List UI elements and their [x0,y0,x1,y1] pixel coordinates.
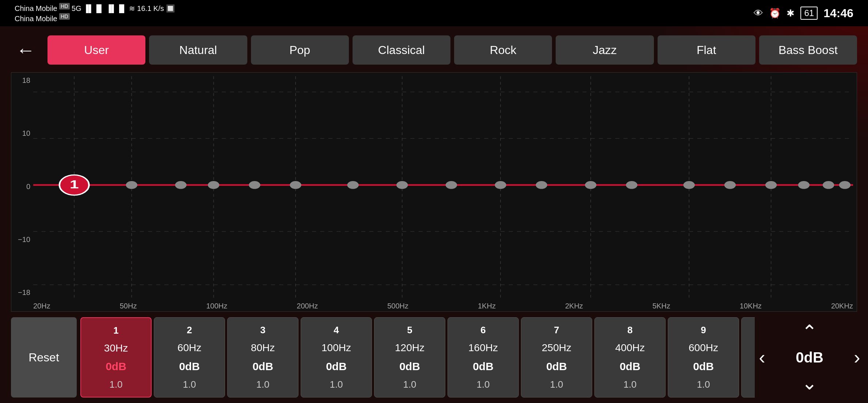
band-q-9: 1.0 [697,379,710,390]
status-bar: China Mobile HD 5G ▐▌▐▌ ▐▌▐▌ ≋ 16.1 K/s … [0,0,868,26]
x-label-5khz: 5KHz [652,302,670,310]
left-button[interactable]: ‹ [744,346,780,368]
band-num-9: 9 [701,325,706,336]
preset-tab-user[interactable]: User [47,35,145,65]
y-label-n18: −18 [11,288,33,297]
x-label-10khz: 10KHz [740,302,762,310]
band-item-3[interactable]: 3 80Hz 0dB 1.0 [227,317,298,398]
alarm-icon: ⏰ [769,8,781,19]
band-freq-8: 400Hz [615,342,645,354]
band-item-9[interactable]: 9 600Hz 0dB 1.0 [668,317,739,398]
svg-point-29 [683,181,694,189]
y-label-18: 18 [11,76,33,85]
band-freq-7: 250Hz [542,342,571,354]
svg-point-25 [495,181,506,189]
preset-tab-bass-boost[interactable]: Bass Boost [759,35,857,65]
preset-tab-natural[interactable]: Natural [149,35,247,65]
band-item-2[interactable]: 2 60Hz 0dB 1.0 [154,317,225,398]
svg-point-19 [208,181,219,189]
band-freq-6: 160Hz [468,342,498,354]
main-content: ← UserNaturalPopClassicalRockJazzFlatBas… [0,26,868,403]
band-num-3: 3 [260,325,265,336]
right-controls: ⌃ ‹ 0dB › ⌄ [762,321,857,394]
preset-tab-rock[interactable]: Rock [454,35,552,65]
band-freq-4: 100Hz [321,342,351,354]
preset-tab-flat[interactable]: Flat [658,35,755,65]
y-axis: 18 10 0 −10 −18 [11,73,33,300]
reset-label: Reset [28,351,59,364]
band-item-8[interactable]: 8 400Hz 0dB 1.0 [594,317,666,398]
band-num-5: 5 [407,325,412,336]
band-db-1: 0dB [106,360,126,373]
band-db-5: 0dB [399,360,420,373]
band-freq-5: 120Hz [395,342,425,354]
band-item-7[interactable]: 7 250Hz 0dB 1.0 [521,317,592,398]
lr-controls: ‹ 0dB › [744,346,868,368]
eye-icon: 👁 [754,8,763,19]
down-button[interactable]: ⌄ [791,372,828,394]
right-arrow-icon: › [854,346,860,368]
bands-list: 1 30Hz 0dB 1.0 2 60Hz 0dB 1.0 3 80Hz 0dB… [80,317,755,398]
band-num-7: 7 [554,325,559,336]
band-db-7: 0dB [546,360,567,373]
band-q-6: 1.0 [476,379,490,390]
down-arrow-icon: ⌄ [802,372,818,394]
band-num-1: 1 [113,325,118,336]
band-q-1: 1.0 [109,379,122,390]
band-q-5: 1.0 [403,379,416,390]
band-q-3: 1.0 [256,379,269,390]
back-arrow-icon: ← [16,39,35,61]
svg-point-32 [798,181,810,189]
eq-svg: 1 [33,76,853,300]
x-label-200hz: 200Hz [297,302,318,310]
band-item-4[interactable]: 4 100Hz 0dB 1.0 [301,317,372,398]
band-db-8: 0dB [620,360,640,373]
x-label-1khz: 1KHz [478,302,496,310]
svg-point-17 [126,181,137,189]
top-bar: ← UserNaturalPopClassicalRockJazzFlatBas… [11,34,857,66]
band-db-9: 0dB [693,360,714,373]
band-q-2: 1.0 [183,379,196,390]
db-display: 0dB [788,349,831,366]
chart-inner: 1 [33,76,853,300]
carrier-line2: China Mobile HD [15,14,175,23]
reset-button[interactable]: Reset [11,317,77,398]
band-item-5[interactable]: 5 120Hz 0dB 1.0 [374,317,445,398]
svg-point-34 [839,181,850,189]
band-num-4: 4 [334,325,339,336]
y-label-10: 10 [11,129,33,138]
x-label-500hz: 500Hz [387,302,408,310]
eq-chart[interactable]: 18 10 0 −10 −18 [11,72,857,312]
band-num-8: 8 [627,325,632,336]
back-button[interactable]: ← [11,35,40,65]
preset-tab-pop[interactable]: Pop [251,35,349,65]
up-button[interactable]: ⌃ [791,321,828,343]
svg-point-18 [175,181,186,189]
svg-point-28 [626,181,637,189]
y-label-0: 0 [11,183,33,191]
band-db-3: 0dB [252,360,273,373]
x-label-50hz: 50Hz [120,302,137,310]
band-freq-1: 30Hz [104,342,128,354]
carrier-line1: China Mobile HD 5G ▐▌▐▌ ▐▌▐▌ ≋ 16.1 K/s … [15,3,175,13]
band-item-6[interactable]: 6 160Hz 0dB 1.0 [448,317,519,398]
up-arrow-icon: ⌃ [802,321,818,343]
band-controls: Reset 1 30Hz 0dB 1.0 2 60Hz 0dB 1.0 3 80… [11,315,857,399]
svg-text:1: 1 [70,178,79,191]
x-label-20khz: 20KHz [831,302,853,310]
x-label-2khz: 2KHz [565,302,583,310]
band-num-6: 6 [480,325,486,336]
preset-tabs: UserNaturalPopClassicalRockJazzFlatBass … [47,35,857,65]
right-button[interactable]: › [839,346,868,368]
svg-point-30 [724,181,736,189]
svg-point-22 [347,181,358,189]
battery-display: 61 [800,7,818,20]
x-axis: 20Hz 50Hz 100Hz 200Hz 500Hz 1KHz 2KHz 5K… [33,300,853,311]
band-freq-3: 80Hz [251,342,275,354]
clock: 14:46 [823,7,853,20]
band-q-8: 1.0 [623,379,636,390]
band-item-1[interactable]: 1 30Hz 0dB 1.0 [80,317,152,398]
preset-tab-classical[interactable]: Classical [353,35,450,65]
preset-tab-jazz[interactable]: Jazz [556,35,654,65]
carrier-info: China Mobile HD 5G ▐▌▐▌ ▐▌▐▌ ≋ 16.1 K/s … [15,3,175,23]
